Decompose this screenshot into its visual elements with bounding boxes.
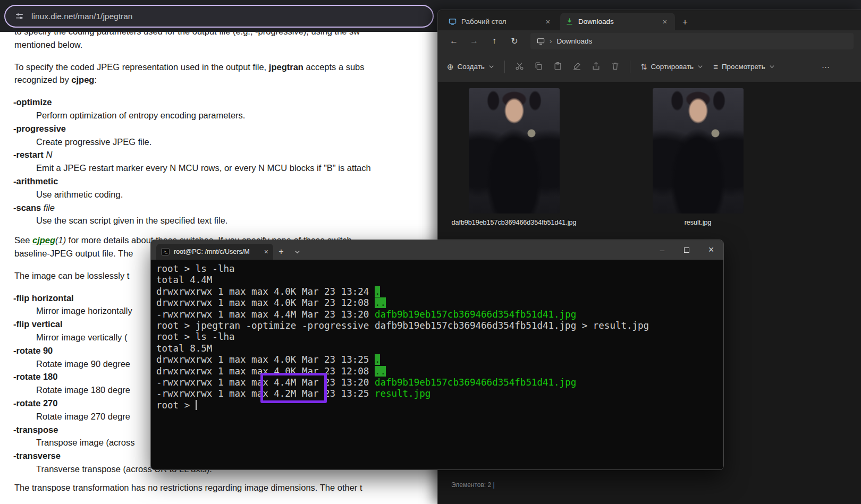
explorer-tab-strip: Рабочий стол × Downloads × + — [438, 10, 861, 30]
back-button[interactable]: ← — [445, 33, 462, 49]
cjpeg-link[interactable]: cjpeg — [32, 235, 55, 245]
terminal-icon: >_ — [161, 248, 170, 255]
create-button[interactable]: ⊕ Создать — [447, 62, 494, 72]
delete-icon[interactable] — [611, 62, 620, 72]
url-text: linux.die.net/man/1/jpegtran — [31, 12, 132, 21]
address-bar[interactable]: linux.die.net/man/1/jpegtran — [4, 5, 434, 28]
window-controls: – × — [650, 240, 723, 260]
terminal-tab-title: root@PC: /mnt/c/Users/M — [174, 248, 250, 255]
monitor-icon — [537, 37, 545, 45]
sort-button[interactable]: ⇅ Сортировать — [640, 62, 703, 72]
divider — [630, 61, 630, 73]
refresh-button[interactable]: ↻ — [506, 33, 523, 49]
terminal-line: -rwxrwxrwx 1 max max 4.4M Mar 23 13:20 d… — [156, 377, 723, 388]
chevron-down-icon — [488, 64, 494, 70]
ellipsis-icon: ··· — [822, 62, 830, 71]
chevron-right-icon: › — [550, 37, 552, 45]
terminal-line: total 4.4M — [156, 275, 723, 286]
file-thumbnail[interactable] — [469, 88, 560, 213]
terminal-output[interactable]: root > ls -lha total 4.4M drwxrwxrwx 1 m… — [151, 260, 723, 411]
file-name: result.jpg — [685, 219, 712, 226]
share-icon[interactable] — [592, 62, 601, 72]
tune-icon — [15, 12, 24, 21]
annotation-highlight-box — [260, 373, 327, 403]
chevron-down-icon — [769, 64, 775, 70]
explorer-nav-bar: ← → ↑ ↻ › Downloads — [438, 30, 861, 52]
view-button[interactable]: ≡ Просмотреть — [713, 62, 775, 71]
terminal-line: drwxrwxrwx 1 max max 4.0K Mar 23 12:08 .… — [156, 366, 723, 377]
tab-downloads[interactable]: Downloads × — [560, 13, 675, 30]
close-tab-icon[interactable]: × — [660, 17, 670, 26]
terminal-line: drwxrwxrwx 1 max max 4.0K Mar 23 13:24 . — [156, 286, 723, 297]
view-list-icon: ≡ — [713, 62, 718, 71]
tab-desktop[interactable]: Рабочий стол × — [443, 13, 558, 30]
more-options-button[interactable]: ··· — [822, 62, 830, 71]
cut-icon[interactable] — [515, 62, 524, 72]
minimize-button[interactable]: – — [650, 240, 674, 260]
new-terminal-tab-button[interactable]: + — [273, 244, 289, 260]
terminal-line: drwxrwxrwx 1 max max 4.0K Mar 23 13:25 . — [156, 354, 723, 365]
file-item[interactable]: result.jpg — [637, 88, 759, 226]
terminal-line: total 8.5M — [156, 343, 723, 354]
breadcrumb[interactable]: › Downloads — [530, 33, 854, 49]
explorer-command-bar: ⊕ Создать ⇅ Сортировать ≡ Просмотреть — [438, 52, 861, 82]
close-tab-icon[interactable]: × — [264, 247, 268, 256]
terminal-dropdown-button[interactable] — [289, 244, 305, 260]
screen: linux.die.net/man/1/jpegtran to specify … — [0, 0, 861, 504]
terminal-window: >_ root@PC: /mnt/c/Users/M × + – × root … — [150, 240, 724, 470]
maximize-button[interactable] — [674, 240, 699, 260]
status-bar: Элементов: 2 | — [451, 481, 495, 489]
terminal-line: root > jpegtran -optimize -progressive d… — [156, 320, 723, 331]
terminal-tab[interactable]: >_ root@PC: /mnt/c/Users/M × — [156, 244, 273, 260]
up-button[interactable]: ↑ — [486, 33, 503, 49]
file-name: dafb9b19eb157cb369466d354fb51d41.jpg — [452, 219, 577, 226]
terminal-line: drwxrwxrwx 1 max max 4.0K Mar 23 12:08 .… — [156, 297, 723, 309]
close-button[interactable]: × — [699, 240, 723, 260]
breadcrumb-segment[interactable]: Downloads — [557, 37, 593, 45]
new-tab-button[interactable]: + — [677, 14, 693, 30]
terminal-title-bar[interactable]: >_ root@PC: /mnt/c/Users/M × + – × — [151, 240, 723, 260]
chevron-down-icon — [697, 64, 703, 70]
file-list: dafb9b19eb157cb369466d354fb51d41.jpg res… — [438, 82, 861, 226]
maximize-icon — [684, 247, 689, 253]
desktop-icon — [449, 18, 457, 25]
sort-arrows-icon: ⇅ — [640, 62, 647, 72]
plus-circle-icon: ⊕ — [447, 62, 454, 72]
file-thumbnail[interactable] — [653, 88, 744, 213]
paste-icon[interactable] — [553, 62, 562, 72]
terminal-line: root > ls -lha — [156, 331, 723, 343]
close-tab-icon[interactable]: × — [543, 17, 553, 26]
copy-icon[interactable] — [534, 62, 543, 72]
terminal-line: -rwxrwxrwx 1 max max 4.2M Mar 23 13:25 r… — [156, 388, 723, 399]
divider — [504, 61, 505, 73]
file-item[interactable]: dafb9b19eb157cb369466d354fb51d41.jpg — [453, 88, 575, 226]
download-icon — [565, 18, 573, 25]
terminal-line: -rwxrwxrwx 1 max max 4.4M Mar 23 13:20 d… — [156, 309, 723, 320]
forward-button[interactable]: → — [466, 33, 483, 49]
rename-icon[interactable] — [572, 62, 581, 72]
terminal-line: root > ls -lha — [156, 263, 723, 275]
terminal-prompt-line: root > — [156, 400, 723, 411]
text-cursor — [196, 400, 197, 410]
